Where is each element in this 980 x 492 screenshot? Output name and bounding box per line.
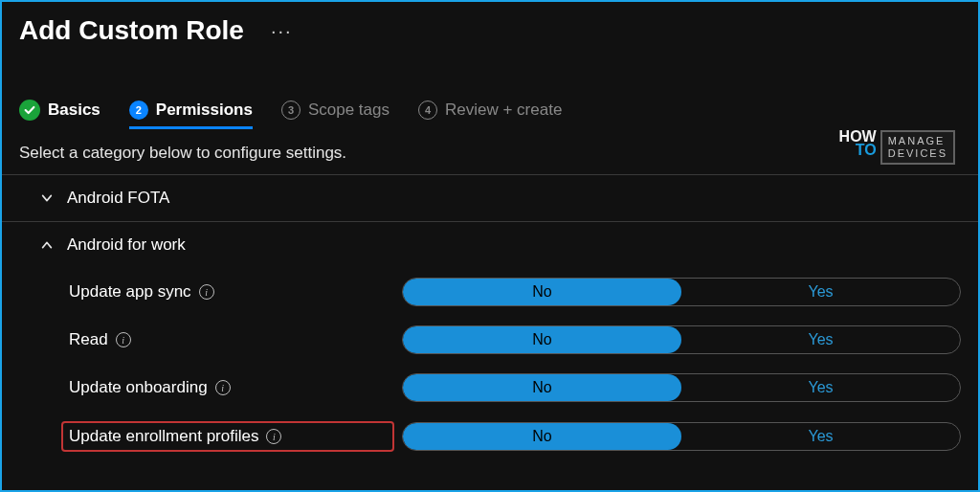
watermark-to: TO xyxy=(839,144,877,157)
page-title: Add Custom Role xyxy=(19,15,244,46)
chevron-down-icon xyxy=(40,191,54,205)
category-android-for-work[interactable]: Android for work xyxy=(2,222,978,268)
step-number-icon: 3 xyxy=(281,101,301,120)
category-label: Android FOTA xyxy=(67,189,169,208)
permission-label: Update enrollment profiles xyxy=(69,427,258,446)
tab-label: Permissions xyxy=(156,101,253,120)
info-icon[interactable]: i xyxy=(199,284,214,300)
more-icon[interactable]: ··· xyxy=(271,20,293,42)
tab-basics[interactable]: Basics xyxy=(19,100,100,130)
permission-row-read: Read i No Yes xyxy=(2,316,978,364)
permission-row-update-enrollment-profiles: Update enrollment profiles i No Yes xyxy=(2,412,978,461)
wizard-tabs: Basics 2 Permissions 3 Scope tags 4 Revi… xyxy=(2,46,978,130)
permission-row-update-onboarding: Update onboarding i No Yes xyxy=(2,364,978,412)
permission-toggle[interactable]: No Yes xyxy=(402,278,961,306)
permission-label-wrap: Update app sync i xyxy=(69,282,402,302)
page-header: Add Custom Role ··· xyxy=(2,2,978,46)
toggle-option-no[interactable]: No xyxy=(403,423,681,450)
watermark-right: MANAGE DEVICES xyxy=(880,130,955,165)
tab-label: Basics xyxy=(48,101,100,120)
info-icon[interactable]: i xyxy=(116,332,131,347)
tab-label: Review + create xyxy=(445,101,562,120)
permission-label-wrap: Read i xyxy=(69,330,402,349)
permission-toggle[interactable]: No Yes xyxy=(402,325,961,354)
toggle-option-yes[interactable]: Yes xyxy=(681,326,960,353)
toggle-option-no[interactable]: No xyxy=(403,326,681,353)
permission-label-wrap: Update enrollment profiles i xyxy=(61,421,394,452)
category-android-fota[interactable]: Android FOTA xyxy=(2,175,978,221)
info-icon[interactable]: i xyxy=(215,380,231,395)
watermark: HOW TO MANAGE DEVICES xyxy=(839,130,955,165)
permission-label: Read xyxy=(69,330,108,349)
toggle-option-yes[interactable]: Yes xyxy=(681,374,960,401)
permission-label: Update app sync xyxy=(69,282,191,302)
toggle-option-no[interactable]: No xyxy=(403,374,681,401)
tab-permissions[interactable]: 2 Permissions xyxy=(129,101,253,129)
tab-label: Scope tags xyxy=(308,101,390,120)
chevron-up-icon xyxy=(40,238,54,252)
permission-label: Update onboarding xyxy=(69,378,208,397)
toggle-option-yes[interactable]: Yes xyxy=(681,279,960,305)
watermark-devices: DEVICES xyxy=(888,147,947,160)
toggle-option-yes[interactable]: Yes xyxy=(681,423,960,450)
category-label: Android for work xyxy=(67,235,186,255)
permission-row-update-app-sync: Update app sync i No Yes xyxy=(2,268,978,316)
watermark-manage: MANAGE xyxy=(888,135,947,147)
tab-review-create[interactable]: 4 Review + create xyxy=(418,101,562,129)
tab-scope-tags[interactable]: 3 Scope tags xyxy=(281,101,390,129)
step-number-icon: 2 xyxy=(129,101,148,120)
permission-toggle[interactable]: No Yes xyxy=(402,422,961,451)
permission-toggle[interactable]: No Yes xyxy=(402,373,961,402)
toggle-option-no[interactable]: No xyxy=(403,279,681,305)
watermark-left: HOW TO xyxy=(839,130,877,165)
check-icon xyxy=(19,100,40,121)
instruction-text: Select a category below to configure set… xyxy=(2,130,978,174)
info-icon[interactable]: i xyxy=(266,429,281,444)
step-number-icon: 4 xyxy=(418,101,437,120)
permission-label-wrap: Update onboarding i xyxy=(69,378,402,397)
